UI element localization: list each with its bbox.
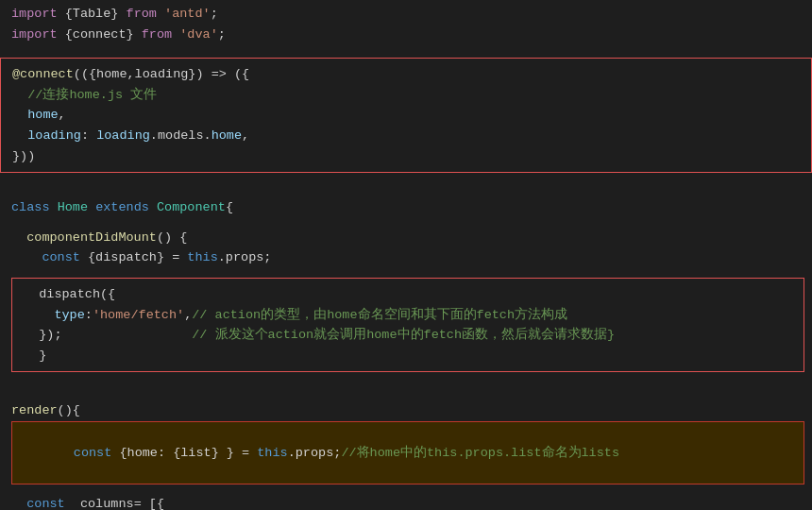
class-declaration: class Home extends Component{ xyxy=(11,197,804,218)
component-did-mount: componentDidMount() { xyxy=(11,228,804,248)
imports-section: import {Table} from 'antd'; import {conn… xyxy=(0,0,812,48)
connect-decorator: @connect(({home,loading}) => ({ xyxy=(12,64,804,85)
const-home-line: const {home: {list} } = this.props;//将ho… xyxy=(11,421,804,484)
home-prop: home, xyxy=(12,105,804,126)
dispatch-call: dispatch({ xyxy=(24,284,796,305)
const-dispatch: const {dispatch} = this.props; xyxy=(11,247,804,268)
const-columns: const columns= [{ xyxy=(11,494,804,510)
close-dispatch: }); // 派发这个action就会调用home中的fetch函数，然后就会请… xyxy=(24,325,796,346)
close-connect: })) xyxy=(12,146,804,167)
comment-home: //连接home.js 文件 xyxy=(12,85,804,106)
render-section: render(){ const {home: {list} } = this.p… xyxy=(0,397,812,510)
import-line-2: import {connect} from 'dva'; xyxy=(11,25,812,45)
import-line-1: import {Table} from 'antd'; xyxy=(11,4,812,25)
dispatch-block: dispatch({ type:'home/fetch',// action的类… xyxy=(11,278,804,372)
close-method: } xyxy=(24,346,796,366)
code-editor: import {Table} from 'antd'; import {conn… xyxy=(0,0,812,510)
class-section: class Home extends Component{ componentD… xyxy=(0,194,812,382)
type-line: type:'home/fetch',// action的类型，由home命名空间… xyxy=(24,305,796,326)
loading-prop: loading: loading.models.home, xyxy=(12,126,804,146)
connect-block: @connect(({home,loading}) => ({ //连接home… xyxy=(0,58,812,173)
render-method: render(){ xyxy=(11,400,804,421)
